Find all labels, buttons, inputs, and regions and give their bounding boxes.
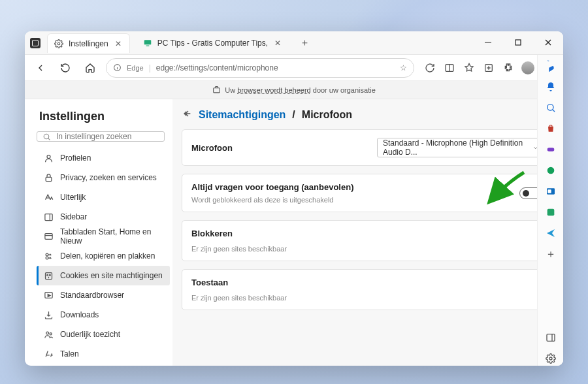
- svg-rect-20: [45, 233, 52, 239]
- nav-label: Privacy, zoeken en services: [60, 173, 157, 182]
- svg-rect-45: [547, 209, 554, 216]
- svg-point-22: [46, 253, 48, 256]
- tab-actions-icon[interactable]: [30, 38, 41, 48]
- tools-icon[interactable]: [544, 163, 558, 178]
- nav-label: Downloads: [60, 310, 99, 319]
- settings-sb-icon[interactable]: [544, 351, 558, 366]
- new-tab-button[interactable]: ＋: [295, 34, 314, 52]
- nav-icon: [44, 153, 54, 163]
- breadcrumb: Sitemachtigingen / Microfoon: [182, 108, 554, 121]
- svg-point-16: [47, 155, 50, 158]
- close-tab-icon[interactable]: ✕: [273, 37, 282, 49]
- home-button[interactable]: [81, 59, 99, 77]
- games-icon[interactable]: [544, 142, 558, 157]
- send-icon[interactable]: [544, 226, 558, 240]
- sidebar-item[interactable]: Ouderlijk toezicht: [37, 325, 170, 344]
- toolbar: Edge | edge://settings/content/microphon…: [25, 55, 563, 81]
- settings-search[interactable]: [37, 131, 165, 142]
- sidebar-item[interactable]: Profielen: [37, 148, 170, 168]
- browser-window: Instellingen ✕ PC Tips - Gratis Computer…: [25, 31, 563, 366]
- allow-empty: Er zijn geen sites beschikbaar: [191, 287, 544, 302]
- device-label: Microfoon: [191, 143, 233, 153]
- extensions-icon[interactable]: [499, 59, 517, 77]
- split-icon[interactable]: [440, 59, 459, 77]
- collections-icon[interactable]: [480, 59, 498, 77]
- avatar[interactable]: [519, 59, 537, 77]
- search-icon: [42, 133, 51, 141]
- device-select[interactable]: Standaard - Microphone (High Definition …: [377, 138, 544, 157]
- address-bar[interactable]: Edge | edge://settings/content/microphon…: [106, 58, 414, 78]
- nav-icon: [44, 310, 54, 320]
- nav-icon: [44, 251, 54, 261]
- svg-line-15: [48, 138, 50, 140]
- engine-label: Edge: [127, 64, 144, 72]
- main-content: Sitemachtigingen / Microfoon Microfoon S…: [172, 99, 563, 366]
- nav-label: Sidebar: [60, 212, 87, 221]
- svg-rect-4: [515, 40, 521, 45]
- tab-settings[interactable]: Instellingen ✕: [47, 33, 130, 53]
- refresh-button[interactable]: [56, 59, 74, 77]
- sidebar-item[interactable]: Cookies en site machtigingen: [37, 266, 170, 285]
- block-card: Blokkeren Er zijn geen sites beschikbaar: [182, 220, 554, 261]
- collapse-sb-icon[interactable]: [544, 330, 558, 345]
- nav-label: Ouderlijk toezicht: [60, 330, 120, 339]
- nav-icon: [44, 349, 54, 359]
- nav-label: Talen: [60, 349, 79, 359]
- org-managed-bar: Uw browser wordt beheerd door uw organis…: [25, 81, 563, 99]
- shopping-icon[interactable]: [544, 121, 558, 136]
- nav-icon: [44, 212, 54, 222]
- outlook-icon[interactable]: [544, 184, 558, 199]
- block-title: Blokkeren: [191, 229, 544, 238]
- refresh2-icon[interactable]: [421, 59, 439, 77]
- search-sb-icon[interactable]: [544, 101, 558, 115]
- svg-line-40: [552, 110, 554, 112]
- svg-point-30: [46, 332, 49, 334]
- close-window-button[interactable]: [533, 31, 563, 54]
- nav-label: Standaardbrowser: [60, 291, 124, 300]
- nav-icon: [44, 330, 54, 340]
- sidebar-item[interactable]: Tabbladen Start, Home en Nieuw: [37, 227, 170, 246]
- maximize-button[interactable]: [503, 31, 533, 54]
- svg-rect-17: [46, 177, 52, 181]
- sidebar-item[interactable]: Printers: [37, 364, 170, 366]
- site-info-icon: [113, 63, 122, 72]
- svg-point-25: [47, 274, 48, 276]
- add-sb-icon[interactable]: ＋: [544, 247, 558, 261]
- edge-sidebar: ＋: [537, 55, 563, 366]
- minimize-button[interactable]: [473, 31, 503, 54]
- nav-icon: [44, 232, 54, 242]
- site-icon: [143, 39, 152, 48]
- svg-point-39: [547, 104, 553, 110]
- favorite-icon[interactable]: ☆: [400, 63, 407, 72]
- sidebar-item[interactable]: Standaardbrowser: [37, 285, 170, 305]
- tab-label: PC Tips - Gratis Computer Tips,: [157, 39, 268, 48]
- bing-icon[interactable]: [544, 59, 558, 73]
- sidebar-item[interactable]: Sidebar: [37, 207, 170, 227]
- sidebar-item[interactable]: Delen, kopiëren en plakken: [37, 246, 170, 266]
- url-text: edge://settings/content/microphone: [156, 63, 395, 72]
- breadcrumb-back-icon[interactable]: [182, 108, 192, 121]
- drop-icon[interactable]: [544, 205, 558, 219]
- svg-point-23: [46, 257, 48, 259]
- nav-label: Profielen: [60, 153, 91, 163]
- svg-point-26: [49, 274, 50, 276]
- svg-rect-1: [144, 40, 151, 44]
- sidebar-item[interactable]: Uiterlijk: [37, 187, 170, 207]
- sidebar-item[interactable]: Privacy, zoeken en services: [37, 168, 170, 187]
- favorites-icon[interactable]: [460, 59, 478, 77]
- close-tab-icon[interactable]: ✕: [114, 38, 123, 50]
- ask-subtitle: Wordt geblokkeerd als deze is uitgeschak…: [191, 196, 353, 204]
- sidebar-item[interactable]: Downloads: [37, 305, 170, 325]
- ask-title: Altijd vragen voor toegang (aanbevolen): [191, 182, 353, 192]
- settings-heading: Instellingen: [39, 110, 170, 123]
- search-input[interactable]: [56, 132, 159, 141]
- breadcrumb-parent[interactable]: Sitemachtigingen: [199, 109, 286, 121]
- allow-title: Toestaan: [191, 278, 544, 287]
- org-link[interactable]: browser wordt beheerd: [237, 86, 311, 94]
- sidebar-item[interactable]: Talen: [37, 344, 170, 364]
- back-button[interactable]: [31, 59, 50, 77]
- svg-rect-44: [547, 189, 551, 193]
- tab-pctips[interactable]: PC Tips - Gratis Computer Tips, ✕: [137, 33, 289, 53]
- bell-icon[interactable]: [544, 80, 558, 94]
- nav-label: Delen, kopiëren en plakken: [60, 251, 155, 261]
